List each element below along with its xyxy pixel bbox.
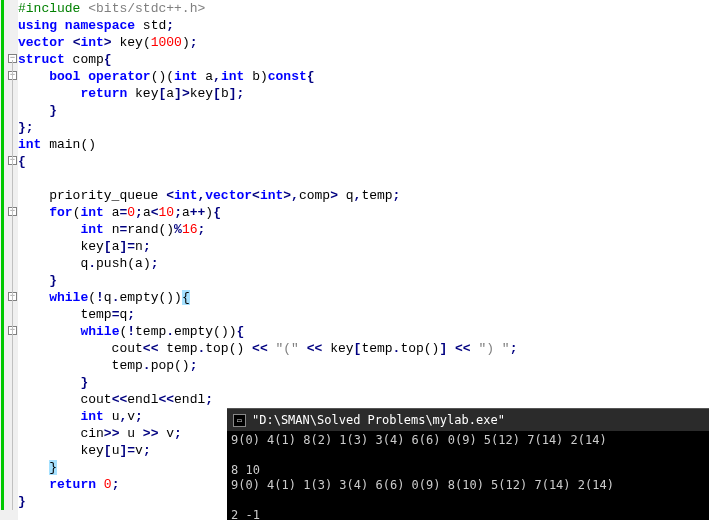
code-line[interactable]: cout<< temp.top() << "(" << key[temp.top…	[18, 340, 518, 357]
code-line[interactable]: #include <bits/stdc++.h>	[18, 0, 518, 17]
console-output[interactable]: 9(0) 4(1) 8(2) 1(3) 3(4) 6(6) 0(9) 5(12)…	[227, 431, 709, 520]
code-line[interactable]: cout<<endl<<endl;	[18, 391, 518, 408]
console-title-text: "D:\SMAN\Solved Problems\mylab.exe"	[252, 413, 505, 427]
fold-column[interactable]: −−−−−−	[4, 0, 18, 520]
code-line[interactable]: for(int a=0;a<10;a++){	[18, 204, 518, 221]
code-line[interactable]: while(!temp.empty()){	[18, 323, 518, 340]
code-line[interactable]: using namespace std;	[18, 17, 518, 34]
code-line[interactable]: priority_queue <int,vector<int>,comp> q,…	[18, 187, 518, 204]
code-line[interactable]: temp.pop();	[18, 357, 518, 374]
code-line[interactable]: temp=q;	[18, 306, 518, 323]
code-line[interactable]: while(!q.empty()){	[18, 289, 518, 306]
code-line[interactable]: vector <int> key(1000);	[18, 34, 518, 51]
code-line[interactable]: return key[a]>key[b];	[18, 85, 518, 102]
code-line[interactable]: };	[18, 119, 518, 136]
code-line[interactable]	[18, 170, 518, 187]
console-titlebar[interactable]: ▭ "D:\SMAN\Solved Problems\mylab.exe"	[227, 409, 709, 431]
code-line[interactable]: }	[18, 374, 518, 391]
cmd-icon: ▭	[233, 414, 246, 427]
code-line[interactable]: key[a]=n;	[18, 238, 518, 255]
console-window[interactable]: ▭ "D:\SMAN\Solved Problems\mylab.exe" 9(…	[227, 408, 709, 520]
code-line[interactable]: }	[18, 102, 518, 119]
code-line[interactable]: q.push(a);	[18, 255, 518, 272]
code-line[interactable]: int n=rand()%16;	[18, 221, 518, 238]
code-line[interactable]: {	[18, 153, 518, 170]
code-line[interactable]: int main()	[18, 136, 518, 153]
fold-guide	[12, 60, 13, 510]
code-line[interactable]: struct comp{	[18, 51, 518, 68]
code-line[interactable]: }	[18, 272, 518, 289]
code-line[interactable]: bool operator()(int a,int b)const{	[18, 68, 518, 85]
